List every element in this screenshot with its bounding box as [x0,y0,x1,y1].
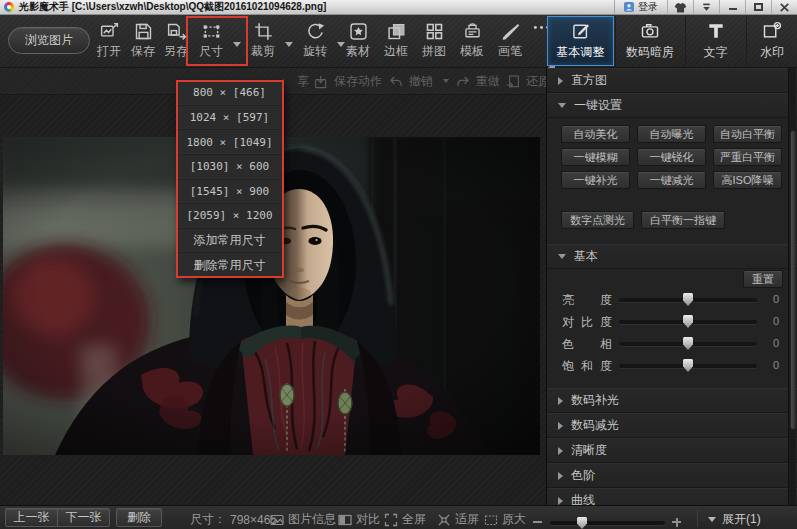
section-levels[interactable]: 色阶 [547,463,797,488]
resize-option-x900[interactable]: [1545] × 900 [177,180,282,205]
severe-white-balance-button[interactable]: 严重白平衡 [713,148,782,166]
collapse-arrow-icon [558,447,563,455]
close-button[interactable] [771,0,797,14]
undo-dropdown-caret[interactable] [443,79,449,83]
template-icon [462,21,483,42]
fullscreen-button[interactable]: 全屏 [384,511,426,528]
open-icon [99,21,120,42]
slider-thumb[interactable] [683,359,693,372]
compare-icon [338,513,352,527]
redo-button[interactable]: 重做 [455,73,500,90]
image-info-button[interactable]: 图片信息 [270,511,336,528]
tab-basic-adjust[interactable]: 基本调整 [547,16,614,66]
minimize-icon [729,8,737,10]
saturation-slider[interactable] [619,364,757,368]
minimize-to-tray-button[interactable] [693,0,719,14]
tab-watermark[interactable]: 水印 [746,16,797,66]
window-title: 光影魔术手 [C:\Users\xzwh\Desktop\QQ截图2016102… [19,0,326,14]
brightness-slider[interactable] [619,298,757,302]
reset-button[interactable]: 重置 [743,270,783,288]
crop-dropdown-caret[interactable] [285,42,293,47]
image-info-icon [270,513,284,527]
section-basic[interactable]: 基本 [547,244,797,269]
onekey-sharpen-button[interactable]: 一键锐化 [637,148,706,166]
save-icon [133,21,154,42]
resize-icon [201,21,222,42]
zoom-in-icon [676,518,678,527]
delete-image-button[interactable]: 删除 [116,508,162,527]
slider-thumb[interactable] [683,293,693,306]
tab-digital-darkroom[interactable]: 数码暗房 [615,16,684,66]
original-size-icon [484,513,498,527]
auto-beautify-button[interactable]: 自动美化 [561,125,630,143]
rotate-button[interactable]: 旋转 [293,21,337,58]
resize-button[interactable]: 尺寸 [189,21,233,58]
resize-option-1024[interactable]: 1024 × [597] [177,106,282,131]
previous-image-button[interactable]: 上一张 [5,508,58,527]
chevron-down-icon [700,1,713,14]
resize-option-1800[interactable]: 1800 × [1049] [177,130,282,155]
section-histogram[interactable]: 直方图 [547,68,797,93]
section-onekey-settings[interactable]: 一键设置 [547,93,797,118]
zoom-slider[interactable] [550,521,665,525]
zoom-out-button[interactable] [533,521,542,523]
add-preset-size-item[interactable]: 添加常用尺寸 [177,229,282,254]
onekey-dim-light-button[interactable]: 一键减光 [637,171,706,189]
high-iso-denoise-button[interactable]: 高ISO降噪 [713,171,782,189]
slider-row-contrast: 对比度 0 [547,312,797,330]
contrast-slider[interactable] [619,320,757,324]
status-bar: 上一张 下一张 删除 尺寸： 798×465 图片信息 对比 全屏 适屏 原大 [0,505,797,529]
titlebar: 光影魔术手 [C:\Users\xzwh\Desktop\QQ截图2016102… [0,0,797,15]
shirt-icon [674,1,687,14]
login-button[interactable]: 登录 [614,0,667,14]
section-digital-dim-light[interactable]: 数码减光 [547,413,797,438]
resize-option-x600[interactable]: [1030] × 600 [177,155,282,180]
skin-button[interactable] [667,0,693,14]
fit-screen-button[interactable]: 适屏 [437,511,479,528]
redo-icon [455,74,471,90]
adjustment-panel: 直方图 一键设置 自动美化 自动曝光 自动白平衡 一键模糊 一键锐化 严重白平衡… [546,68,797,505]
expand-button[interactable]: 展开(1) [708,511,761,528]
onekey-fill-light-button[interactable]: 一键补光 [561,171,630,189]
metering-row: 数字点测光 白平衡一指键 [561,211,725,229]
tab-text[interactable]: 文字 [685,16,745,66]
rotate-icon [305,21,326,42]
slider-thumb[interactable] [683,337,693,350]
undo-button[interactable]: 撤销 [388,73,433,90]
close-icon [778,1,791,14]
resize-option-800[interactable]: 800 × [466] [177,81,282,106]
revert-button[interactable]: 还原 [505,73,550,90]
resize-option-x1200[interactable]: [2059] × 1200 [177,204,282,229]
browse-images-button[interactable]: 浏览图片 [8,27,90,54]
compare-button[interactable]: 对比 [338,511,380,528]
white-balance-picker-button[interactable]: 白平衡一指键 [641,211,725,229]
panel-scrollbar[interactable] [788,68,796,505]
brush-icon [500,21,521,42]
collapse-arrow-icon [558,422,563,430]
scrollbar-thumb[interactable] [790,130,796,430]
maximize-icon [754,3,763,11]
auto-white-balance-button[interactable]: 自动白平衡 [713,125,782,143]
onekey-blur-button[interactable]: 一键模糊 [561,148,630,166]
next-image-button[interactable]: 下一张 [57,508,110,527]
save-action-icon [313,74,329,90]
save-action-button[interactable]: 保存动作 [313,73,382,90]
slider-thumb[interactable] [683,315,693,328]
login-label: 登录 [638,0,658,14]
maximize-button[interactable] [745,0,771,14]
section-digital-fill-light[interactable]: 数码补光 [547,388,797,413]
hue-slider[interactable] [619,342,757,346]
auto-exposure-button[interactable]: 自动曝光 [637,125,706,143]
delete-preset-size-item[interactable]: 删除常用尺寸 [177,253,282,277]
edit-square-icon [571,21,591,41]
original-size-button[interactable]: 原大 [484,511,526,528]
section-curves[interactable]: 曲线 [547,488,797,505]
minimize-button[interactable] [719,0,745,14]
crop-button[interactable]: 裁剪 [241,21,285,58]
resize-dropdown-caret[interactable] [233,42,241,47]
digital-spot-metering-button[interactable]: 数字点测光 [561,211,634,229]
section-clarity[interactable]: 清晰度 [547,438,797,463]
expand-arrow-icon [558,254,566,259]
zoom-slider-thumb[interactable] [577,517,587,529]
user-avatar-icon [624,2,634,12]
